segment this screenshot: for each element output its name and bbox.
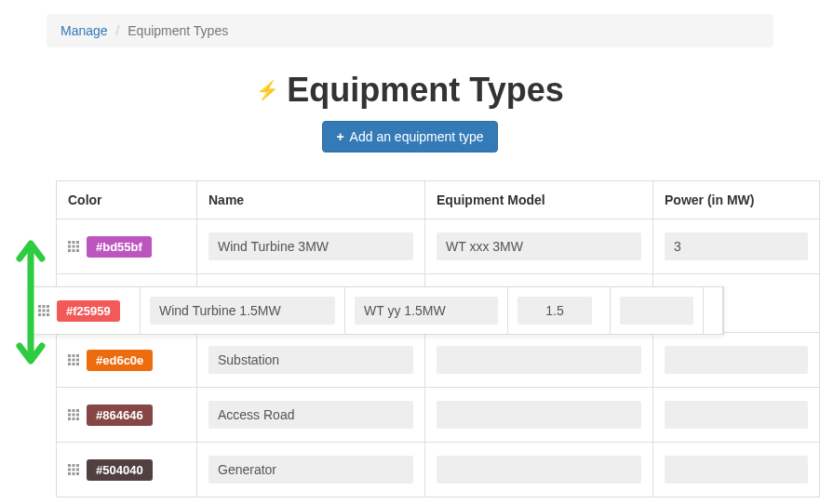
breadcrumb-separator: / [111,23,124,38]
svg-rect-4 [73,245,75,248]
lightning-icon: ⚡ [256,79,279,101]
svg-rect-13 [73,359,75,362]
breadcrumb: Manage / Equipment Types [47,14,773,47]
name-input[interactable] [208,346,413,374]
empty-field [620,297,693,325]
table-header-row: Color Name Equipment Model Power (in MW) [57,181,820,219]
svg-rect-14 [76,359,79,362]
svg-rect-32 [76,469,79,471]
svg-rect-23 [76,414,79,417]
column-header-power: Power (in MW) [653,181,820,219]
svg-rect-12 [68,359,71,362]
svg-rect-1 [73,241,75,244]
color-chip[interactable]: #864646 [87,405,153,426]
svg-rect-16 [73,363,75,365]
breadcrumb-current: Equipment Types [128,23,228,38]
svg-rect-27 [68,464,71,467]
add-equipment-type-button[interactable]: + Add an equipment type [322,121,497,153]
color-chip[interactable]: #ed6c0e [87,350,153,371]
svg-rect-9 [68,354,71,357]
breadcrumb-root-link[interactable]: Manage [60,23,108,38]
svg-rect-2 [76,241,79,244]
svg-rect-29 [76,464,79,467]
color-chip[interactable]: #bd55bf [87,236,152,258]
power-input[interactable] [665,456,808,484]
svg-rect-21 [68,414,71,417]
drag-handle-icon[interactable] [68,409,79,420]
equipment-types-table: Color Name Equipment Model Power (in MW)… [56,180,820,497]
color-chip[interactable]: #f25959 [57,300,120,322]
svg-rect-26 [76,418,79,420]
model-input[interactable] [355,297,498,325]
model-input[interactable] [437,232,641,260]
svg-rect-24 [68,418,71,420]
table-row: #504040 [57,443,820,497]
table-row: #bd55bf [57,219,820,274]
drag-handle-icon[interactable] [68,241,79,252]
svg-rect-6 [68,249,71,252]
column-header-color: Color [57,181,197,219]
page-title: ⚡ Equipment Types [256,71,563,110]
plus-icon: + [336,129,343,144]
column-header-name: Name [197,181,425,219]
svg-rect-17 [76,363,79,365]
color-chip[interactable]: #504040 [87,459,153,481]
svg-rect-33 [68,472,71,475]
name-input[interactable] [208,401,413,429]
svg-rect-18 [68,409,71,412]
svg-rect-15 [68,363,71,365]
power-input[interactable] [665,401,808,429]
name-input[interactable] [208,456,413,484]
svg-rect-35 [76,472,79,475]
model-input[interactable] [437,401,641,429]
table-row: #ed6c0e [57,333,820,388]
svg-rect-3 [68,245,71,248]
svg-rect-30 [68,469,71,471]
svg-rect-7 [73,249,75,252]
power-input[interactable] [518,297,592,325]
drag-handle-icon[interactable] [68,354,79,365]
svg-rect-20 [76,409,79,412]
svg-rect-0 [68,241,71,244]
model-input[interactable] [437,456,641,484]
svg-rect-34 [73,472,75,475]
svg-rect-31 [73,469,75,471]
table-row: #864646 [57,388,820,443]
svg-rect-25 [73,418,75,420]
svg-rect-28 [73,464,75,467]
name-input[interactable] [208,232,413,260]
drag-handle-icon[interactable] [68,464,79,475]
dragging-row[interactable]: #f25959 [28,286,724,335]
svg-rect-5 [76,245,79,248]
svg-rect-11 [76,354,79,357]
column-header-model: Equipment Model [425,181,653,219]
name-input[interactable] [150,297,335,325]
model-input[interactable] [437,346,641,374]
svg-rect-8 [76,249,79,252]
svg-rect-22 [73,414,75,417]
power-input[interactable] [665,232,808,260]
power-input[interactable] [665,346,808,374]
svg-rect-19 [73,409,75,412]
page-title-text: Equipment Types [287,71,563,110]
svg-rect-10 [73,354,75,357]
reorder-arrow-icon [14,232,47,372]
add-button-label: Add an equipment type [350,129,484,144]
